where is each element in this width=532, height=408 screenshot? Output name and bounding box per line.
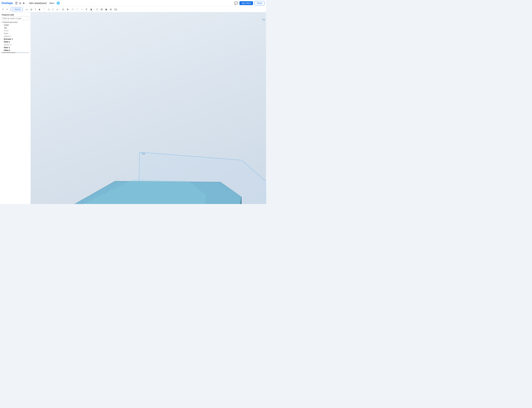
mate-tool[interactable]: ⊗: [109, 7, 113, 11]
viewport[interactable]: Top Top: [31, 12, 266, 204]
chevron-down-icon: ▾: [1, 21, 2, 23]
feature-extrude1[interactable]: Extrude 1: [0, 38, 31, 41]
3d-model-svg: Top: [31, 12, 266, 204]
sidebar-scroll-thumb: [1, 52, 16, 53]
variable-tool[interactable]: (x): [113, 7, 118, 11]
toolbar: ↩ ↪ ✏ Sketch ▭ ◎ ⌇ ◈ ⌒ ◇ □ ◁ ⊙ ⊕ ⊣ ⋮ ↔ ⧖…: [0, 6, 266, 12]
feature-origin[interactable]: Origin: [0, 24, 31, 26]
draft-tool[interactable]: ◁: [55, 7, 59, 11]
appearance-tool[interactable]: ◑: [89, 7, 93, 11]
globe-icon[interactable]: 🌐: [56, 1, 60, 5]
features-header: Features (10): [0, 12, 31, 17]
revolve-tool[interactable]: ◎: [29, 7, 34, 11]
feature-right[interactable]: Right: [0, 32, 31, 35]
chat-icon[interactable]: 💬: [234, 1, 238, 5]
feature-fillet1[interactable]: Fillet 1: [0, 41, 31, 43]
separator: [27, 1, 27, 5]
default-geometry-label: Default geometry: [3, 21, 18, 23]
boolean-tool[interactable]: ⊕: [66, 7, 70, 11]
loft-tool[interactable]: ◈: [37, 7, 42, 11]
move-tool[interactable]: ↔: [80, 7, 84, 11]
hamburger-menu[interactable]: ☰: [15, 1, 18, 5]
fillet-tool[interactable]: ⌒: [42, 7, 46, 11]
features-panel: Features (10) ▾ Default geometry Origin …: [0, 12, 31, 204]
sketch-pencil-icon: ✏: [12, 8, 14, 10]
toolbar-sort-icon[interactable]: ⊞: [19, 2, 21, 5]
measure-tool[interactable]: ⧖: [84, 7, 88, 11]
feature-sketch2[interactable]: Sketch 2: [0, 43, 31, 46]
toolbar-divider-1: [10, 7, 10, 11]
chamfer-tool[interactable]: ◇: [47, 7, 51, 11]
feature-fillet2[interactable]: Fillet 2: [0, 49, 31, 52]
sidebar-scrollbar[interactable]: [1, 52, 29, 53]
default-geometry-group[interactable]: ▾ Default geometry: [0, 21, 31, 24]
toolbar-divider-3: [60, 7, 60, 11]
view-tool[interactable]: ⊞: [100, 7, 104, 11]
redo-button[interactable]: ↪: [5, 8, 9, 11]
undo-button[interactable]: ↩: [1, 8, 5, 11]
pattern-tool[interactable]: ⋮: [75, 7, 79, 11]
sketch-label: Sketch: [14, 8, 21, 10]
hole-tool[interactable]: ⊙: [61, 7, 65, 11]
toolbar-divider-2: [23, 7, 24, 11]
split-tool[interactable]: ⊣: [70, 7, 74, 11]
sketch-button[interactable]: ✏ Sketch: [11, 8, 23, 11]
sidebar: Features (10) ▾ Default geometry Origin …: [0, 12, 31, 204]
feature-front[interactable]: Front: [0, 29, 31, 32]
toolbar-add-icon[interactable]: ✚: [23, 2, 25, 5]
document-title: Mini skateboard: [29, 2, 47, 5]
branch-badge[interactable]: Main: [49, 2, 55, 4]
feature-hole1[interactable]: Hole 1: [0, 46, 31, 49]
main-layout: Features (10) ▾ Default geometry Origin …: [0, 12, 266, 204]
share-button[interactable]: Share: [254, 1, 265, 5]
shell-tool[interactable]: □: [51, 7, 55, 11]
topbar: Onshape ☰ ⊞ ✚ Mini skateboard Main 🌐 💬 A…: [0, 0, 266, 6]
top-ref-plane-text: Top: [141, 152, 145, 155]
feature-sketch1[interactable]: Sketch 1: [0, 35, 31, 38]
appstore-button[interactable]: App Store: [239, 1, 253, 5]
feature-filter-input[interactable]: [1, 17, 29, 20]
extrude-tool[interactable]: ▭: [25, 7, 29, 11]
sweep-tool[interactable]: ⌇: [34, 7, 37, 11]
sim-tool[interactable]: ◉: [104, 7, 108, 11]
planes-tool[interactable]: ⬡: [95, 7, 99, 11]
onshape-logo[interactable]: Onshape: [1, 2, 13, 5]
feature-top[interactable]: Top: [0, 26, 31, 29]
